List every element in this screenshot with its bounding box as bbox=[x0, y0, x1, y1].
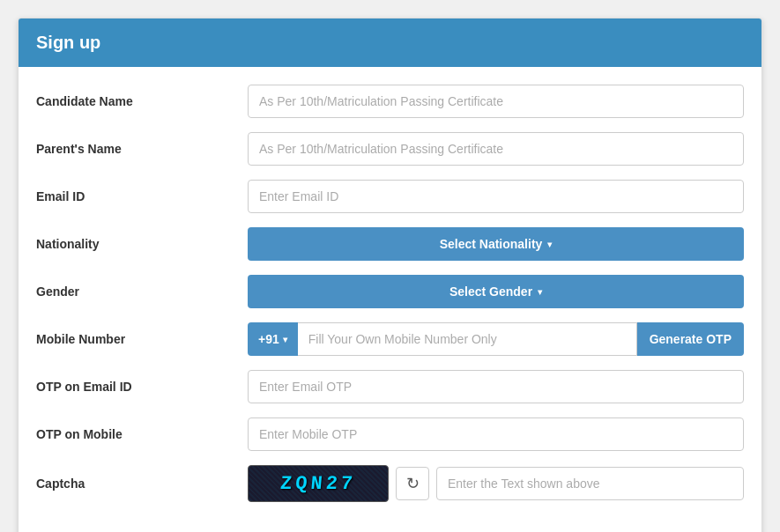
captcha-refresh-button[interactable]: ↻ bbox=[396, 467, 429, 500]
captcha-group: ZQN27 ↻ bbox=[248, 465, 744, 502]
nationality-select-button[interactable]: Select Nationality ▾ bbox=[248, 227, 744, 261]
refresh-icon: ↻ bbox=[406, 474, 420, 493]
captcha-row: Captcha ZQN27 ↻ bbox=[36, 465, 744, 502]
otp-mobile-row: OTP on Mobile bbox=[36, 417, 744, 451]
gender-caret-icon: ▾ bbox=[538, 287, 542, 297]
captcha-image: ZQN27 bbox=[248, 465, 389, 502]
mobile-number-input[interactable] bbox=[298, 322, 637, 356]
gender-select-button[interactable]: Select Gender ▾ bbox=[248, 275, 744, 308]
form-title: Sign up bbox=[36, 33, 100, 52]
parent-name-row: Parent's Name bbox=[36, 132, 744, 166]
mobile-group: +91 ▾ Generate OTP bbox=[248, 322, 744, 356]
gender-row: Gender Select Gender ▾ bbox=[36, 275, 744, 308]
gender-button-label: Select Gender bbox=[449, 284, 532, 299]
otp-mobile-label: OTP on Mobile bbox=[36, 427, 248, 441]
email-id-label: Email ID bbox=[36, 189, 248, 203]
mobile-number-label: Mobile Number bbox=[36, 332, 248, 346]
parent-name-input[interactable] bbox=[248, 132, 744, 166]
candidate-name-input[interactable] bbox=[248, 85, 744, 118]
form-footer: Reset Sign up bbox=[19, 525, 761, 532]
nationality-caret-icon: ▾ bbox=[547, 240, 552, 249]
captcha-input[interactable] bbox=[436, 467, 744, 500]
candidate-name-row: Candidate Name bbox=[36, 85, 744, 118]
form-header: Sign up bbox=[19, 18, 761, 67]
email-id-row: Email ID bbox=[36, 180, 744, 213]
candidate-name-label: Candidate Name bbox=[36, 94, 248, 108]
nationality-row: Nationality Select Nationality ▾ bbox=[36, 227, 744, 261]
mobile-number-row: Mobile Number +91 ▾ Generate OTP bbox=[36, 322, 744, 356]
email-id-input[interactable] bbox=[248, 180, 744, 213]
otp-mobile-input[interactable] bbox=[248, 417, 744, 451]
captcha-label: Captcha bbox=[36, 477, 248, 491]
nationality-button-label: Select Nationality bbox=[440, 237, 543, 251]
gender-label: Gender bbox=[36, 284, 248, 299]
otp-email-input[interactable] bbox=[248, 370, 744, 403]
otp-email-row: OTP on Email ID bbox=[36, 370, 744, 403]
country-code-caret-icon: ▾ bbox=[283, 335, 287, 344]
nationality-label: Nationality bbox=[36, 237, 248, 251]
generate-otp-label: Generate OTP bbox=[650, 332, 732, 346]
parent-name-label: Parent's Name bbox=[36, 142, 248, 156]
captcha-value: ZQN27 bbox=[279, 473, 357, 495]
country-code-value: +91 bbox=[258, 332, 279, 346]
otp-email-label: OTP on Email ID bbox=[36, 380, 248, 394]
form-body: Candidate Name Parent's Name Email ID Na… bbox=[19, 67, 761, 525]
generate-otp-button[interactable]: Generate OTP bbox=[637, 322, 744, 356]
signup-form-container: Sign up Candidate Name Parent's Name Ema… bbox=[18, 18, 762, 532]
country-code-button[interactable]: +91 ▾ bbox=[248, 322, 298, 356]
